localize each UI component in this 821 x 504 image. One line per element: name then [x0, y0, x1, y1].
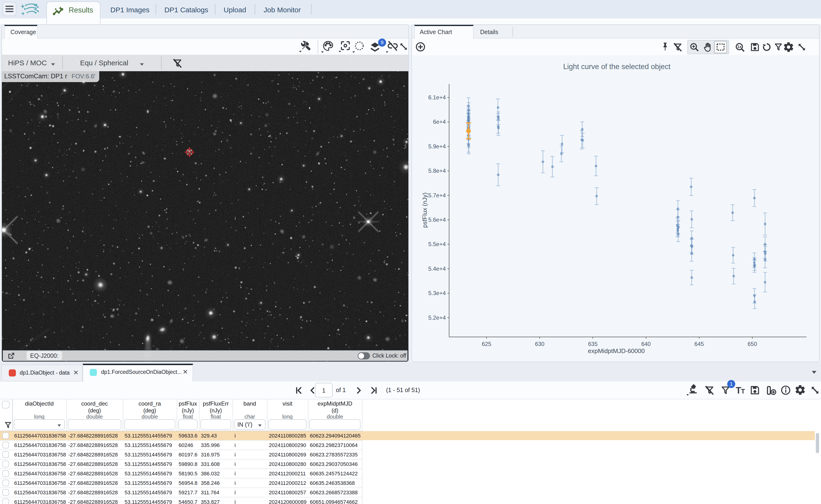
svg-text:645: 645: [695, 341, 704, 347]
svg-text:5.7e+4: 5.7e+4: [428, 192, 446, 199]
svg-text:5.8e+4: 5.8e+4: [428, 168, 446, 174]
svg-text:1x: 1x: [737, 44, 741, 49]
svg-text:650: 650: [748, 341, 757, 347]
svg-text:T: T: [736, 385, 741, 395]
svg-text:5.9e+4: 5.9e+4: [428, 143, 446, 150]
svg-text:635: 635: [588, 341, 597, 347]
svg-text:625: 625: [482, 341, 491, 347]
svg-text:6.1e+4: 6.1e+4: [428, 94, 446, 101]
svg-text:5.5e+4: 5.5e+4: [428, 241, 446, 247]
svg-text:640: 640: [641, 341, 651, 347]
svg-text:5.4e+4: 5.4e+4: [428, 265, 446, 272]
svg-text:T: T: [741, 388, 745, 395]
svg-text:psfFlux (nJy): psfFlux (nJy): [421, 193, 428, 228]
svg-text:5.3e+4: 5.3e+4: [428, 290, 446, 296]
svg-text:6e+4: 6e+4: [433, 119, 446, 125]
svg-text:5.2e+4: 5.2e+4: [428, 314, 446, 321]
svg-text:Light curve of the selected ob: Light curve of the selected object: [563, 62, 671, 71]
svg-text:expMidptMJD-60000: expMidptMJD-60000: [588, 347, 645, 354]
svg-text:5.6e+4: 5.6e+4: [428, 217, 446, 223]
svg-text:630: 630: [535, 341, 544, 347]
